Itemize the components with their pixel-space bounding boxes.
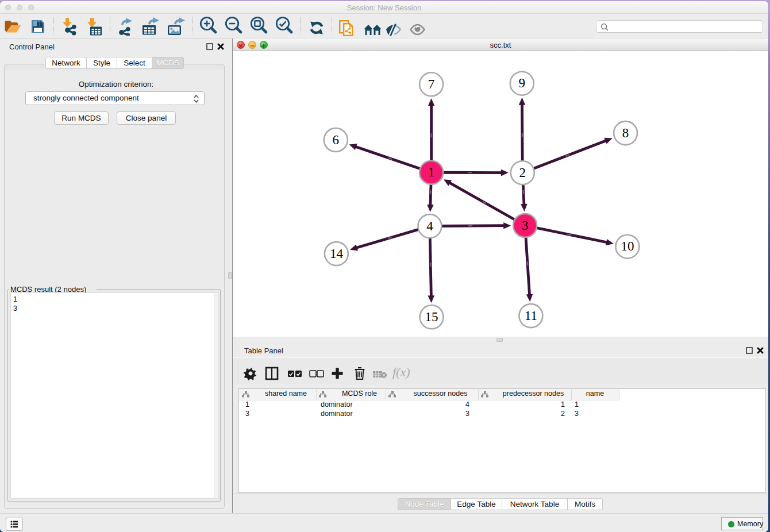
svg-text:4: 4 [426,219,433,233]
svg-text:15: 15 [425,310,438,324]
svg-text:8: 8 [622,126,629,140]
svg-text:11: 11 [525,309,537,323]
svg-text:6: 6 [333,133,340,147]
svg-text:10: 10 [621,239,634,253]
svg-text:2: 2 [519,165,526,180]
svg-text:1: 1 [428,165,435,179]
svg-text:7: 7 [428,77,435,91]
svg-text:9: 9 [519,76,526,90]
svg-text:3: 3 [522,218,529,233]
svg-text:14: 14 [330,246,344,261]
